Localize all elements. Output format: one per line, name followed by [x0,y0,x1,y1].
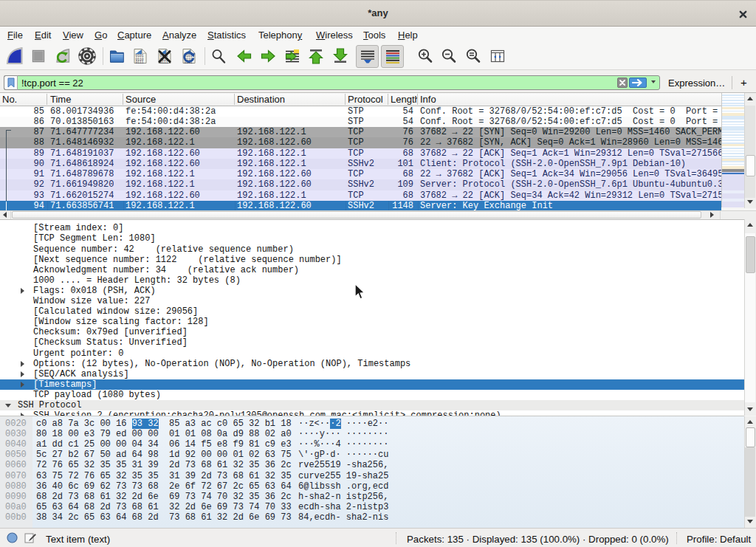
svg-text:0111: 0111 [136,61,144,64]
